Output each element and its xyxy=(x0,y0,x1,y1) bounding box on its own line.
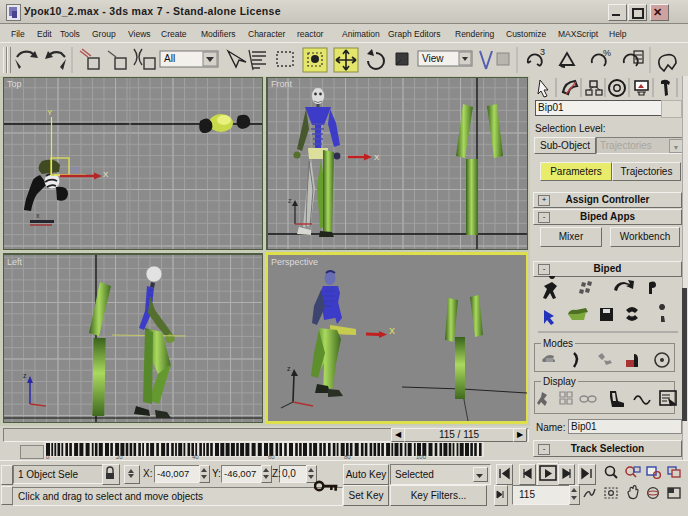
svg-text:x: x xyxy=(36,212,40,219)
svg-text:Y: Y xyxy=(47,108,53,117)
svg-text:z: z xyxy=(288,197,292,204)
svg-text:z: z xyxy=(23,372,27,379)
svg-text:View: View xyxy=(422,53,444,64)
svg-text:X: X xyxy=(374,153,380,162)
svg-text:Perspective: Perspective xyxy=(271,257,318,267)
svg-text:X: X xyxy=(389,326,395,336)
svg-text:Top: Top xyxy=(7,79,22,89)
svg-text:Left: Left xyxy=(7,257,23,267)
svg-text:z: z xyxy=(287,365,291,372)
svg-text:All: All xyxy=(164,53,175,64)
svg-text:X: X xyxy=(103,170,109,179)
svg-text:Front: Front xyxy=(271,79,293,89)
svg-text:%: % xyxy=(603,48,611,58)
svg-text:3: 3 xyxy=(540,47,545,57)
